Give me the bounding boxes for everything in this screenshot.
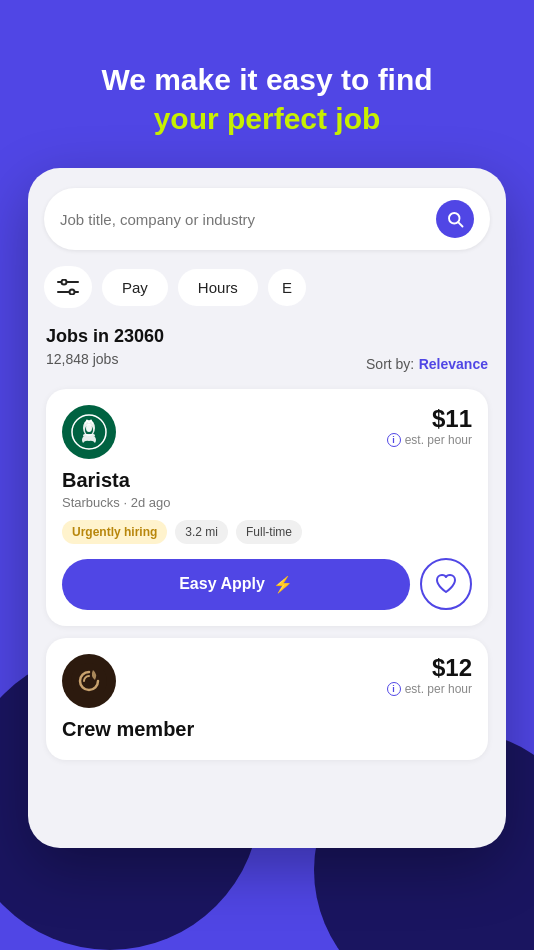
salary-sub-2: i est. per hour — [387, 682, 472, 696]
jobs-header: Jobs in 23060 — [46, 326, 488, 347]
sort-row: 12,848 jobs Sort by: Relevance — [46, 351, 488, 377]
job-card-2: $12 i est. per hour Crew member — [46, 638, 488, 760]
pay-filter-button[interactable]: Pay — [102, 269, 168, 306]
filters-row: Pay Hours E — [44, 266, 490, 308]
header-section: We make it easy to find your perfect job — [0, 0, 534, 168]
filter-icon-button[interactable] — [44, 266, 92, 308]
salary-block-1: $11 i est. per hour — [387, 405, 472, 447]
extra-filter-button[interactable]: E — [268, 269, 306, 306]
header-title-line1: We make it easy to find — [101, 63, 432, 96]
svg-point-10 — [86, 424, 92, 432]
salary-block-2: $12 i est. per hour — [387, 654, 472, 696]
urgently-hiring-tag: Urgently hiring — [62, 520, 167, 544]
action-row-1: Easy Apply ⚡ — [62, 558, 472, 610]
job-card-1: $11 i est. per hour Barista Starbucks · … — [46, 389, 488, 626]
job-title-2: Crew member — [62, 718, 472, 741]
tags-row-1: Urgently hiring 3.2 mi Full-time — [62, 520, 472, 544]
bolt-icon: ⚡ — [273, 575, 293, 594]
hours-filter-button[interactable]: Hours — [178, 269, 258, 306]
starbucks-logo-svg — [67, 410, 111, 454]
job-meta-1: Starbucks · 2d ago — [62, 495, 472, 510]
sort-label: Sort by: Relevance — [366, 355, 488, 373]
jobs-section: Jobs in 23060 12,848 jobs Sort by: Relev… — [44, 326, 490, 760]
company-logo-starbucks — [62, 405, 116, 459]
job-card-1-top: $11 i est. per hour — [62, 405, 472, 459]
header-title-line2: your perfect job — [154, 102, 381, 135]
jobs-location-title: Jobs in 23060 — [46, 326, 164, 347]
salary-sub-1: i est. per hour — [387, 433, 472, 447]
header-title: We make it easy to find your perfect job — [40, 60, 494, 138]
phone-card: Pay Hours E Jobs in 23060 12,848 jobs So… — [28, 168, 506, 848]
distance-tag: 3.2 mi — [175, 520, 228, 544]
company-logo-crew — [62, 654, 116, 708]
search-button[interactable] — [436, 200, 474, 238]
search-input[interactable] — [60, 211, 436, 228]
svg-point-5 — [70, 290, 75, 295]
svg-point-4 — [62, 280, 67, 285]
crew-logo-svg — [70, 662, 108, 700]
svg-point-12 — [71, 663, 107, 699]
info-icon-1: i — [387, 433, 401, 447]
svg-rect-11 — [83, 434, 95, 437]
job-card-2-top: $12 i est. per hour — [62, 654, 472, 708]
heart-icon — [435, 574, 457, 594]
sort-value[interactable]: Relevance — [419, 356, 488, 372]
salary-amount-1: $11 — [387, 405, 472, 433]
jobs-count: 12,848 jobs — [46, 351, 118, 367]
job-type-tag: Full-time — [236, 520, 302, 544]
save-job-button-1[interactable] — [420, 558, 472, 610]
info-icon-2: i — [387, 682, 401, 696]
job-title-1: Barista — [62, 469, 472, 492]
salary-amount-2: $12 — [387, 654, 472, 682]
easy-apply-button[interactable]: Easy Apply ⚡ — [62, 559, 410, 610]
search-icon — [446, 210, 464, 228]
svg-line-1 — [458, 222, 462, 226]
sliders-icon — [57, 279, 79, 295]
search-bar — [44, 188, 490, 250]
